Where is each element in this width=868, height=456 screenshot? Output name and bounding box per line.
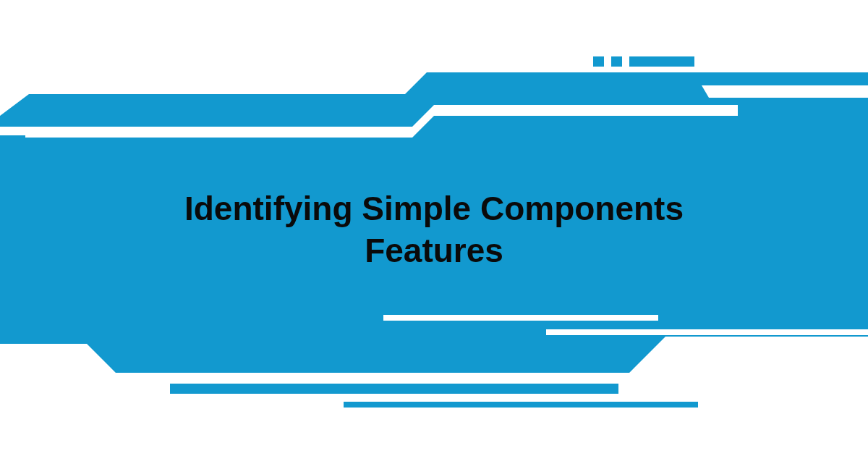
page-title: Identifying Simple Components Features [0,188,868,271]
svg-marker-6 [702,85,868,98]
title-line-2: Features [365,232,503,269]
title-line-1: Identifying Simple Components [184,190,684,227]
svg-rect-9 [170,384,618,394]
svg-marker-3 [593,56,604,67]
svg-marker-1 [0,127,25,135]
svg-marker-5 [629,56,694,67]
svg-rect-7 [383,315,658,321]
title-container: Identifying Simple Components Features [0,188,868,271]
svg-rect-10 [344,402,698,408]
svg-marker-4 [611,56,622,67]
svg-rect-8 [546,329,868,335]
